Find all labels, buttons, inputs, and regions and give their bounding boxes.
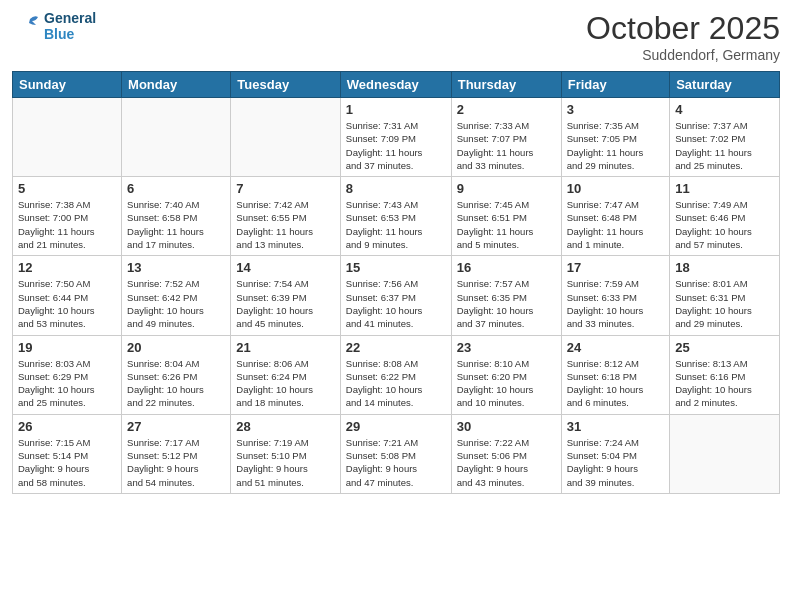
- calendar-cell: 16Sunrise: 7:57 AM Sunset: 6:35 PM Dayli…: [451, 256, 561, 335]
- day-number: 11: [675, 181, 774, 196]
- logo: General Blue: [12, 10, 96, 42]
- day-info: Sunrise: 8:06 AM Sunset: 6:24 PM Dayligh…: [236, 357, 334, 410]
- day-info: Sunrise: 8:04 AM Sunset: 6:26 PM Dayligh…: [127, 357, 225, 410]
- calendar-cell: 29Sunrise: 7:21 AM Sunset: 5:08 PM Dayli…: [340, 414, 451, 493]
- calendar-cell: 18Sunrise: 8:01 AM Sunset: 6:31 PM Dayli…: [670, 256, 780, 335]
- header-friday: Friday: [561, 72, 670, 98]
- day-number: 1: [346, 102, 446, 117]
- day-number: 12: [18, 260, 116, 275]
- day-number: 5: [18, 181, 116, 196]
- day-number: 6: [127, 181, 225, 196]
- day-number: 22: [346, 340, 446, 355]
- calendar-cell: 24Sunrise: 8:12 AM Sunset: 6:18 PM Dayli…: [561, 335, 670, 414]
- header-sunday: Sunday: [13, 72, 122, 98]
- day-number: 23: [457, 340, 556, 355]
- calendar-cell: 2Sunrise: 7:33 AM Sunset: 7:07 PM Daylig…: [451, 98, 561, 177]
- day-info: Sunrise: 7:17 AM Sunset: 5:12 PM Dayligh…: [127, 436, 225, 489]
- header-thursday: Thursday: [451, 72, 561, 98]
- header-monday: Monday: [122, 72, 231, 98]
- calendar-cell: 14Sunrise: 7:54 AM Sunset: 6:39 PM Dayli…: [231, 256, 340, 335]
- day-number: 15: [346, 260, 446, 275]
- calendar-cell: 20Sunrise: 8:04 AM Sunset: 6:26 PM Dayli…: [122, 335, 231, 414]
- calendar-cell: 8Sunrise: 7:43 AM Sunset: 6:53 PM Daylig…: [340, 177, 451, 256]
- day-info: Sunrise: 7:56 AM Sunset: 6:37 PM Dayligh…: [346, 277, 446, 330]
- day-info: Sunrise: 7:42 AM Sunset: 6:55 PM Dayligh…: [236, 198, 334, 251]
- calendar-cell: 25Sunrise: 8:13 AM Sunset: 6:16 PM Dayli…: [670, 335, 780, 414]
- day-info: Sunrise: 7:15 AM Sunset: 5:14 PM Dayligh…: [18, 436, 116, 489]
- day-info: Sunrise: 7:57 AM Sunset: 6:35 PM Dayligh…: [457, 277, 556, 330]
- day-number: 9: [457, 181, 556, 196]
- page-container: General Blue October 2025 Suddendorf, Ge…: [0, 0, 792, 502]
- calendar-cell: [122, 98, 231, 177]
- day-number: 16: [457, 260, 556, 275]
- day-info: Sunrise: 7:22 AM Sunset: 5:06 PM Dayligh…: [457, 436, 556, 489]
- day-number: 31: [567, 419, 665, 434]
- day-info: Sunrise: 7:38 AM Sunset: 7:00 PM Dayligh…: [18, 198, 116, 251]
- day-info: Sunrise: 7:21 AM Sunset: 5:08 PM Dayligh…: [346, 436, 446, 489]
- calendar-cell: [13, 98, 122, 177]
- calendar-cell: 1Sunrise: 7:31 AM Sunset: 7:09 PM Daylig…: [340, 98, 451, 177]
- header-wednesday: Wednesday: [340, 72, 451, 98]
- day-number: 17: [567, 260, 665, 275]
- day-info: Sunrise: 7:52 AM Sunset: 6:42 PM Dayligh…: [127, 277, 225, 330]
- day-info: Sunrise: 7:43 AM Sunset: 6:53 PM Dayligh…: [346, 198, 446, 251]
- calendar-cell: 21Sunrise: 8:06 AM Sunset: 6:24 PM Dayli…: [231, 335, 340, 414]
- day-number: 25: [675, 340, 774, 355]
- day-info: Sunrise: 8:10 AM Sunset: 6:20 PM Dayligh…: [457, 357, 556, 410]
- month-title: October 2025: [586, 10, 780, 47]
- header-saturday: Saturday: [670, 72, 780, 98]
- day-info: Sunrise: 7:45 AM Sunset: 6:51 PM Dayligh…: [457, 198, 556, 251]
- calendar-cell: [670, 414, 780, 493]
- day-number: 30: [457, 419, 556, 434]
- day-info: Sunrise: 7:24 AM Sunset: 5:04 PM Dayligh…: [567, 436, 665, 489]
- calendar-cell: 15Sunrise: 7:56 AM Sunset: 6:37 PM Dayli…: [340, 256, 451, 335]
- day-number: 14: [236, 260, 334, 275]
- day-number: 13: [127, 260, 225, 275]
- calendar-cell: [231, 98, 340, 177]
- day-info: Sunrise: 8:01 AM Sunset: 6:31 PM Dayligh…: [675, 277, 774, 330]
- calendar-cell: 6Sunrise: 7:40 AM Sunset: 6:58 PM Daylig…: [122, 177, 231, 256]
- day-info: Sunrise: 8:08 AM Sunset: 6:22 PM Dayligh…: [346, 357, 446, 410]
- calendar-cell: 26Sunrise: 7:15 AM Sunset: 5:14 PM Dayli…: [13, 414, 122, 493]
- day-number: 8: [346, 181, 446, 196]
- calendar-table: Sunday Monday Tuesday Wednesday Thursday…: [12, 71, 780, 494]
- day-info: Sunrise: 7:37 AM Sunset: 7:02 PM Dayligh…: [675, 119, 774, 172]
- calendar-cell: 23Sunrise: 8:10 AM Sunset: 6:20 PM Dayli…: [451, 335, 561, 414]
- calendar-cell: 3Sunrise: 7:35 AM Sunset: 7:05 PM Daylig…: [561, 98, 670, 177]
- calendar-cell: 17Sunrise: 7:59 AM Sunset: 6:33 PM Dayli…: [561, 256, 670, 335]
- calendar-cell: 30Sunrise: 7:22 AM Sunset: 5:06 PM Dayli…: [451, 414, 561, 493]
- day-info: Sunrise: 7:19 AM Sunset: 5:10 PM Dayligh…: [236, 436, 334, 489]
- calendar-cell: 22Sunrise: 8:08 AM Sunset: 6:22 PM Dayli…: [340, 335, 451, 414]
- day-number: 4: [675, 102, 774, 117]
- calendar-cell: 31Sunrise: 7:24 AM Sunset: 5:04 PM Dayli…: [561, 414, 670, 493]
- calendar-cell: 7Sunrise: 7:42 AM Sunset: 6:55 PM Daylig…: [231, 177, 340, 256]
- calendar-cell: 9Sunrise: 7:45 AM Sunset: 6:51 PM Daylig…: [451, 177, 561, 256]
- day-info: Sunrise: 7:50 AM Sunset: 6:44 PM Dayligh…: [18, 277, 116, 330]
- day-number: 21: [236, 340, 334, 355]
- day-info: Sunrise: 8:13 AM Sunset: 6:16 PM Dayligh…: [675, 357, 774, 410]
- day-number: 28: [236, 419, 334, 434]
- day-number: 26: [18, 419, 116, 434]
- title-block: October 2025 Suddendorf, Germany: [586, 10, 780, 63]
- day-number: 19: [18, 340, 116, 355]
- calendar-cell: 12Sunrise: 7:50 AM Sunset: 6:44 PM Dayli…: [13, 256, 122, 335]
- day-info: Sunrise: 7:35 AM Sunset: 7:05 PM Dayligh…: [567, 119, 665, 172]
- day-number: 10: [567, 181, 665, 196]
- day-info: Sunrise: 7:47 AM Sunset: 6:48 PM Dayligh…: [567, 198, 665, 251]
- day-number: 2: [457, 102, 556, 117]
- calendar-cell: 19Sunrise: 8:03 AM Sunset: 6:29 PM Dayli…: [13, 335, 122, 414]
- day-number: 18: [675, 260, 774, 275]
- day-info: Sunrise: 8:03 AM Sunset: 6:29 PM Dayligh…: [18, 357, 116, 410]
- calendar-cell: 10Sunrise: 7:47 AM Sunset: 6:48 PM Dayli…: [561, 177, 670, 256]
- calendar-cell: 27Sunrise: 7:17 AM Sunset: 5:12 PM Dayli…: [122, 414, 231, 493]
- day-info: Sunrise: 7:54 AM Sunset: 6:39 PM Dayligh…: [236, 277, 334, 330]
- day-number: 20: [127, 340, 225, 355]
- calendar-cell: 11Sunrise: 7:49 AM Sunset: 6:46 PM Dayli…: [670, 177, 780, 256]
- day-info: Sunrise: 7:49 AM Sunset: 6:46 PM Dayligh…: [675, 198, 774, 251]
- day-info: Sunrise: 7:31 AM Sunset: 7:09 PM Dayligh…: [346, 119, 446, 172]
- day-number: 29: [346, 419, 446, 434]
- calendar-cell: 4Sunrise: 7:37 AM Sunset: 7:02 PM Daylig…: [670, 98, 780, 177]
- calendar-cell: 13Sunrise: 7:52 AM Sunset: 6:42 PM Dayli…: [122, 256, 231, 335]
- day-number: 24: [567, 340, 665, 355]
- day-info: Sunrise: 7:59 AM Sunset: 6:33 PM Dayligh…: [567, 277, 665, 330]
